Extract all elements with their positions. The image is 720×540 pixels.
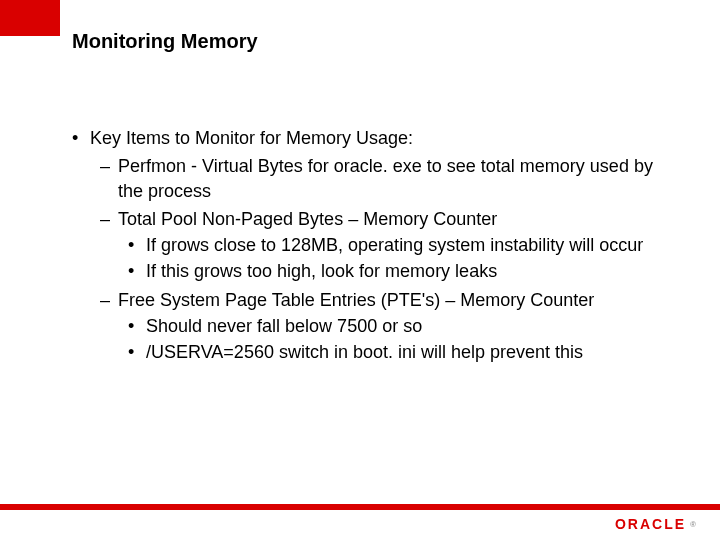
dash-icon: – xyxy=(100,154,118,178)
registered-icon: ® xyxy=(690,520,696,529)
main-heading: Key Items to Monitor for Memory Usage: xyxy=(90,126,413,150)
list-item: – Free System Page Table Entries (PTE's)… xyxy=(100,288,680,312)
dash-icon: – xyxy=(100,207,118,231)
oracle-logo: ORACLE® xyxy=(615,516,696,532)
dash-icon: – xyxy=(100,288,118,312)
red-accent-block xyxy=(0,0,60,36)
subitem-text: /USERVA=2560 switch in boot. ini will he… xyxy=(146,340,583,364)
list-subitem: • Should never fall below 7500 or so xyxy=(128,314,680,338)
item-text: Free System Page Table Entries (PTE's) –… xyxy=(118,288,594,312)
subitem-text: Should never fall below 7500 or so xyxy=(146,314,422,338)
bullet-dot-icon: • xyxy=(128,340,146,364)
slide: Monitoring Memory • Key Items to Monitor… xyxy=(0,0,720,540)
list-item: – Total Pool Non-Paged Bytes – Memory Co… xyxy=(100,207,680,231)
logo-text: ORACLE xyxy=(615,516,686,532)
list-subitem: • If this grows too high, look for memor… xyxy=(128,259,680,283)
bullet-dot-icon: • xyxy=(128,233,146,257)
bullet-dot-icon: • xyxy=(128,314,146,338)
footer-bar xyxy=(0,504,720,510)
subitem-text: If this grows too high, look for memory … xyxy=(146,259,497,283)
bullet-dot-icon: • xyxy=(72,126,90,150)
item-text: Perfmon - Virtual Bytes for oracle. exe … xyxy=(118,154,680,203)
item-text: Total Pool Non-Paged Bytes – Memory Coun… xyxy=(118,207,497,231)
main-bullet: • Key Items to Monitor for Memory Usage: xyxy=(72,126,680,150)
content-area: • Key Items to Monitor for Memory Usage:… xyxy=(72,126,680,365)
slide-title: Monitoring Memory xyxy=(72,30,258,53)
bullet-dot-icon: • xyxy=(128,259,146,283)
list-subitem: • If grows close to 128MB, operating sys… xyxy=(128,233,680,257)
list-subitem: • /USERVA=2560 switch in boot. ini will … xyxy=(128,340,680,364)
subitem-text: If grows close to 128MB, operating syste… xyxy=(146,233,643,257)
list-item: – Perfmon - Virtual Bytes for oracle. ex… xyxy=(100,154,680,203)
